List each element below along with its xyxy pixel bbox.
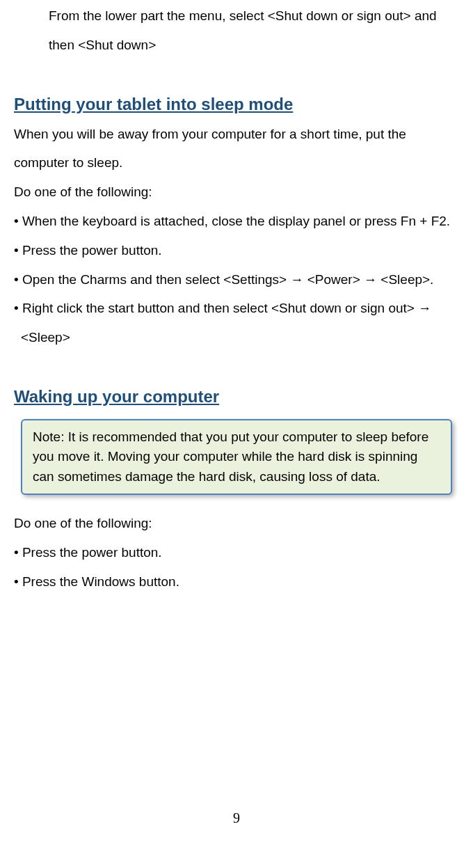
sleep-bullet-4b: <Sleep> (14, 323, 459, 352)
sleep-do-following: Do one of the following: (14, 177, 459, 207)
sleep-bullet-3: • Open the Charms and then select <Setti… (14, 265, 459, 294)
sleep-intro-para: When you will be away from your computer… (14, 120, 459, 178)
wake-bullet-1: • Press the power button. (14, 538, 459, 567)
wake-do-following: Do one of the following: (14, 509, 459, 538)
sleep-bullet-4a: • Right click the start button and then … (14, 294, 459, 323)
sleep-bullet-2: • Press the power button. (14, 236, 459, 265)
intro-paragraph: From the lower part the menu, select <Sh… (49, 1, 459, 60)
sleep-bullet-1: • When the keyboard is attached, close t… (14, 207, 459, 236)
page-number: 9 (14, 810, 459, 826)
note-text: Note: It is recommended that you put you… (33, 427, 440, 487)
heading-waking-up: Waking up your computer (14, 387, 459, 407)
wake-bullet-2: • Press the Windows button. (14, 567, 459, 597)
note-box: Note: It is recommended that you put you… (21, 419, 452, 496)
heading-sleep-mode: Putting your tablet into sleep mode (14, 95, 459, 114)
